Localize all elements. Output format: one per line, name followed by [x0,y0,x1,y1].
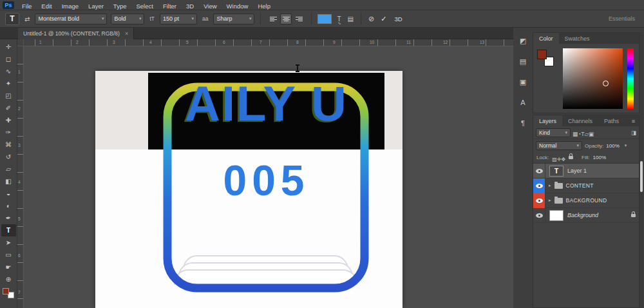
cancel-edits-icon[interactable]: ⊘ [367,15,375,23]
menu-item-window[interactable]: Window [227,3,249,10]
layer-name[interactable]: CONTENT [566,182,594,189]
opacity-value[interactable]: 100% [606,143,619,149]
layer-row-background-group[interactable]: ▸ BACKGROUND [533,193,639,208]
history-brush-tool[interactable]: ↺ [1,151,16,163]
anti-alias-select[interactable]: Sharp ▾ [213,14,254,24]
lock-all-icon[interactable] [569,156,573,159]
libraries-panel-icon[interactable]: ▣ [516,75,530,88]
toolbar-color-chips[interactable] [3,288,14,298]
warp-text-icon[interactable]: T [336,15,342,23]
layer-row-layer1[interactable]: T Layer 1 [533,164,639,178]
document-canvas[interactable]: AILY U 005 [95,71,402,308]
layer-row-content[interactable]: ▸ CONTENT [533,178,639,193]
menu-item-file[interactable]: File [22,3,32,10]
3d-button[interactable]: 3D [394,15,402,23]
menu-item-layer[interactable]: Layer [88,3,104,10]
healing-brush-tool[interactable]: ✚ [1,114,16,126]
brush-tool[interactable]: ✑ [1,126,16,139]
align-center-button[interactable] [280,14,292,24]
clone-stamp-tool[interactable]: ⌘ [1,139,16,151]
filter-toggle-icon[interactable]: ◨ [631,130,636,136]
hand-tool[interactable]: ☛ [1,261,16,273]
font-family-select[interactable]: Montserrat Bold ▾ [35,14,107,24]
disclosure-icon[interactable]: ▸ [549,198,551,203]
crop-tool[interactable]: ◰ [1,90,16,102]
visibility-toggle[interactable] [533,164,545,178]
visibility-toggle[interactable] [533,193,545,208]
panel-menu-icon[interactable]: ≡ [632,118,639,124]
photoshop-logo[interactable]: Ps [3,1,14,9]
commit-edits-icon[interactable]: ✓ [379,15,388,23]
dodge-tool[interactable]: ◐ [1,200,16,212]
layer-name[interactable]: Background [567,212,598,218]
paragraph-panel-icon[interactable]: ¶ [516,117,530,130]
menu-item-3d[interactable]: 3D [186,3,194,10]
font-size-select[interactable]: 150 pt ▾ [160,14,197,24]
layer-thumbnail[interactable] [549,210,564,221]
foreground-color-chip[interactable] [537,50,547,59]
path-selection-tool[interactable]: ➤ [1,236,16,249]
canvas-area[interactable]: 12345678910111213 1234567 [17,39,513,308]
layer-name[interactable]: Layer 1 [567,168,587,174]
text-color-swatch[interactable] [317,14,332,24]
menu-item-edit[interactable]: Edit [41,3,52,10]
layer-name[interactable]: BACKGROUND [566,197,607,204]
filter-pixel-layers-icon[interactable]: ▦ [573,131,578,137]
quick-selection-tool-icon: ✦ [6,81,11,87]
color-picker-ring[interactable] [603,81,609,86]
saturation-field[interactable] [563,48,623,109]
artwork-headline-text[interactable]: AILY U [148,79,384,129]
filter-smart-objects-icon[interactable]: ▣ [589,131,594,137]
styles-panel-icon[interactable]: ▤ [516,55,530,68]
character-panel-icon[interactable]: A [516,96,530,109]
move-tool[interactable]: ✛ [1,41,16,53]
quick-selection-tool[interactable]: ✦ [1,77,16,90]
disclosure-icon[interactable]: ▸ [549,183,551,188]
layer-thumbnail[interactable]: T [549,166,564,177]
toggle-panels-icon[interactable]: ▤ [346,15,355,23]
panel-scrollbar[interactable] [639,32,643,308]
fill-value[interactable]: 100% [593,155,606,160]
align-left-button[interactable] [267,14,279,24]
align-right-button[interactable] [293,14,305,24]
marquee-tool[interactable]: ◻ [1,53,16,65]
menu-item-select[interactable]: Select [136,3,153,10]
font-style-select[interactable]: Bold ▾ [111,14,144,24]
tab-swatches[interactable]: Swatches [559,33,596,44]
menu-item-help[interactable]: Help [258,3,270,10]
tab-channels[interactable]: Channels [562,115,598,126]
document-tab[interactable]: Untitled-1 @ 100% (CONTENT, RGB/8) × [18,28,134,39]
adjustments-panel-icon[interactable]: ◩ [516,34,530,47]
close-icon[interactable]: × [125,30,128,37]
type-tool[interactable]: T [1,224,16,236]
toolbar-foreground-chip[interactable] [3,288,9,294]
zoom-tool[interactable]: ⊕ [1,273,16,285]
gradient-tool[interactable]: ◧ [1,175,16,188]
tab-paths[interactable]: Paths [598,115,625,126]
lock-transparent-pixels-icon[interactable]: ▨ [552,157,557,162]
blend-mode-select[interactable]: Normal ▾ [536,141,582,150]
menu-item-type[interactable]: Type [113,3,127,10]
lock-position-icon[interactable]: ✥ [561,157,565,162]
filter-kind-select[interactable]: Kind ▾ [536,128,571,137]
current-tool-badge[interactable]: T [5,13,19,25]
workspace-switcher[interactable]: Essentials [609,15,635,22]
shape-tool[interactable]: ▭ [1,249,16,261]
hue-slider[interactable] [627,48,634,109]
eraser-tool[interactable]: ▱ [1,163,16,175]
visibility-toggle[interactable] [533,208,545,223]
tab-layers[interactable]: Layers [533,115,562,126]
blur-tool[interactable]: ◒ [1,188,16,200]
visibility-toggle[interactable] [533,178,545,193]
tab-color[interactable]: Color [533,33,559,44]
layer-row-background[interactable]: Background [533,208,639,223]
eyedropper-tool[interactable]: ✐ [1,102,16,114]
menu-item-image[interactable]: Image [62,3,79,10]
menu-item-filter[interactable]: Filter [163,3,176,10]
pen-tool[interactable]: ✒ [1,212,16,224]
artwork-number-text[interactable]: 005 [148,156,384,205]
lasso-tool[interactable]: ∿ [1,65,16,77]
menu-item-view[interactable]: View [204,3,216,10]
scrollbar-thumb[interactable] [640,161,643,192]
text-orientation-toggle-icon[interactable]: ⇄ [23,15,31,23]
